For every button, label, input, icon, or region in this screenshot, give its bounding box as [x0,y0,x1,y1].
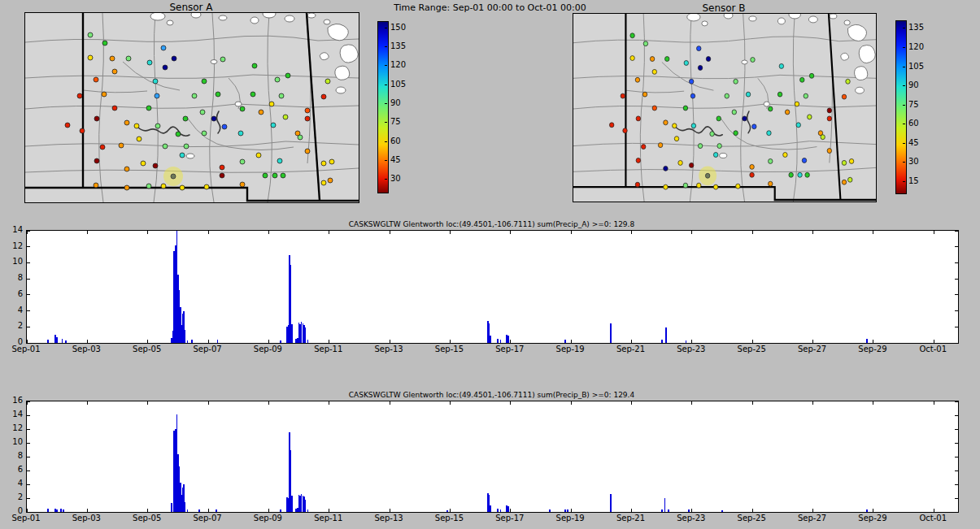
map-sensor-a [24,12,359,203]
chart1-xtick-sep-19: Sep-19 [542,345,599,354]
colorbar-b-tick-label: 60 [908,119,919,128]
chart2-ytick-10: 10 [2,437,23,447]
colorbar-b-tick-label: 75 [908,100,919,110]
precip-a-chart-title: CASKSWGLTW Glentworth loc:(49.4501,-106.… [26,220,957,228]
colorbar-b-tickmark [903,47,905,48]
colorbar-a-tickmark [385,46,387,47]
chart2-xtick-sep-13: Sep-13 [360,514,417,523]
chart1-ytick-12: 12 [2,241,23,251]
figure: Time Range: Sep-01 00:00 to Oct-01 00:00… [0,0,980,529]
chart1-ytick-4: 4 [2,306,23,315]
colorbar-b-tick-label: 135 [908,23,924,33]
chart2-xtick-sep-19: Sep-19 [542,514,599,523]
colorbar-b-tick-label: 120 [908,42,924,52]
chart1-xtick-sep-11: Sep-11 [300,345,357,354]
chart1-ytick-2: 2 [2,321,23,331]
colorbar-a-tickmark [385,179,387,180]
chart1-ytick-6: 6 [2,289,23,299]
chart2-xtick-sep-09: Sep-09 [239,514,296,523]
precip-a-bars [27,231,958,343]
chart1-xtick-sep-15: Sep-15 [420,345,477,354]
chart1-xtick-sep-09: Sep-09 [239,345,296,354]
chart1-xtick-sep-21: Sep-21 [603,345,660,354]
chart1-ytick-8: 8 [2,273,23,283]
colorbar-b-tickmark [903,143,905,144]
colorbar-b-tickmark [903,181,905,182]
colorbar-a-tickmark [385,103,387,104]
chart1-xtick-sep-25: Sep-25 [723,345,780,354]
chart2-xtick-sep-27: Sep-27 [784,514,841,523]
colorbar-a-tickmark [385,141,387,142]
chart2-xtick-sep-05: Sep-05 [119,514,176,523]
colorbar-b-tickmark [903,105,905,106]
colorbar-a-tickmark [385,28,387,28]
chart1-xtick-sep-27: Sep-27 [784,345,841,354]
chart2-ytick-4: 4 [2,479,23,488]
chart2-xtick-sep-21: Sep-21 [603,514,660,523]
precip-a-chart [26,230,959,344]
colorbar-a-tick-label: 150 [390,23,406,33]
chart2-xtick-sep-15: Sep-15 [420,514,477,523]
chart1-xtick-sep-29: Sep-29 [844,345,901,354]
map-b-title: Sensor B [573,2,875,14]
colorbar-b-tick-label: 90 [908,80,919,90]
colorbar-a-tick-label: 135 [390,41,406,51]
chart2-xtick-sep-07: Sep-07 [179,514,236,523]
colorbar-b-tick-label: 105 [908,62,924,72]
chart2-xtick-oct-01: Oct-01 [904,514,961,523]
highlighted-station-marker [705,173,709,178]
colorbar-b-tick-label: 45 [908,138,919,148]
colorbar-a-tickmark [385,122,387,123]
map-a-title: Sensor A [24,2,358,13]
chart2-xtick-sep-03: Sep-03 [58,514,115,523]
precip-b-bars [27,401,958,512]
map-a-canvas [25,13,359,202]
chart2-ytick-0: 0 [2,506,23,516]
colorbar-a-tickmark [385,160,387,161]
chart2-xtick-sep-23: Sep-23 [663,514,720,523]
colorbar-b-tickmark [903,85,905,86]
map-sensor-b [573,13,877,202]
colorbar-a-tick-label: 90 [390,98,401,108]
colorbar-a-tick-label: 60 [390,137,401,146]
colorbar-a-tick-label: 75 [390,117,401,127]
chart1-xtick-sep-03: Sep-03 [58,345,115,354]
precip-b-chart-title: CASKSWGLTW Glentworth loc:(49.4501,-106.… [26,391,957,399]
colorbar-b-tickmark [903,162,905,163]
chart2-xtick-sep-29: Sep-29 [844,514,901,523]
chart2-ytick-16: 16 [2,396,23,405]
chart2-ytick-2: 2 [2,492,23,502]
chart1-xtick-sep-23: Sep-23 [663,345,720,354]
chart2-ytick-12: 12 [2,423,23,433]
chart1-xtick-sep-07: Sep-07 [179,345,236,354]
map-b-canvas [573,14,876,202]
chart1-ytick-0: 0 [2,337,23,347]
chart2-xtick-sep-25: Sep-25 [723,514,780,523]
colorbar-b-tick-label: 30 [908,157,919,167]
colorbar-b-tickmark [903,67,905,67]
colorbar-a-tick-label: 45 [390,155,401,165]
colorbar-a-tickmark [385,65,387,66]
precip-b-chart [26,401,959,513]
chart1-ytick-14: 14 [2,225,23,235]
chart1-xtick-sep-05: Sep-05 [119,345,176,354]
chart2-xtick-sep-17: Sep-17 [481,514,538,523]
chart2-ytick-8: 8 [2,451,23,461]
colorbar-b-tickmark [903,28,905,28]
colorbar-b-tick-label: 15 [908,176,919,186]
colorbar-a-tick-label: 30 [390,174,401,184]
chart2-ytick-6: 6 [2,465,23,475]
chart2-ytick-14: 14 [2,410,23,419]
colorbar-a-tick-label: 105 [390,80,406,89]
chart1-xtick-sep-13: Sep-13 [360,345,417,354]
colorbar-a-tick-label: 120 [390,60,406,70]
colorbar-b-tickmark [903,124,905,124]
chart1-xtick-oct-01: Oct-01 [904,345,961,354]
chart1-ytick-10: 10 [2,257,23,267]
chart2-xtick-sep-11: Sep-11 [300,514,357,523]
highlighted-station-marker [171,174,176,179]
chart1-xtick-sep-17: Sep-17 [481,345,538,354]
colorbar-a-tickmark [385,85,387,85]
